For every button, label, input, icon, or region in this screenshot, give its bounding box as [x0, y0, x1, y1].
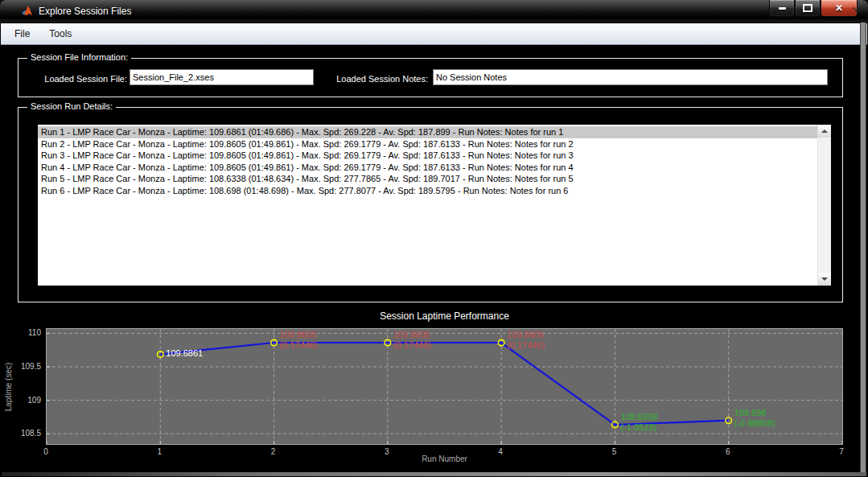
run-details-legend: Session Run Details: [27, 101, 116, 111]
scroll-down-icon [821, 278, 828, 281]
y-tick-label: 110 [6, 328, 41, 337]
y-tick-label: 108.5 [6, 429, 41, 438]
scroll-up-icon [821, 130, 828, 133]
x-tick-label: 3 [371, 447, 403, 456]
window-title: Explore Session Files [39, 6, 131, 17]
x-tick-label: 1 [143, 447, 175, 456]
list-item[interactable]: Run 4 - LMP Race Car - Monza - Laptime: … [38, 162, 817, 174]
matlab-app-icon [21, 5, 34, 18]
session-info-legend: Session File Information: [27, 52, 131, 62]
list-item[interactable]: Run 5 - LMP Race Car - Monza - Laptime: … [38, 173, 817, 185]
menu-item-file[interactable]: File [5, 25, 39, 43]
list-item[interactable]: Run 1 - LMP Race Car - Monza - Laptime: … [38, 126, 817, 138]
x-tick-label: 0 [30, 447, 62, 456]
loaded-session-notes-label: Loaded Session Notes: [319, 74, 428, 84]
menubar: FileTools [1, 23, 867, 45]
chart-region[interactable]: Session Laptime Performance Laptime (sec… [46, 328, 843, 445]
point-label: 108.698(-0.98808) [734, 408, 775, 429]
point-label: 109.8605(0.17446) [280, 330, 318, 351]
point-label: 109.8605(0.17446) [393, 330, 431, 351]
point-label: 109.6861 [166, 348, 203, 359]
chart-svg [47, 329, 842, 444]
maximize-button[interactable] [795, 0, 821, 17]
list-item[interactable]: Run 3 - LMP Race Car - Monza - Laptime: … [38, 150, 817, 162]
loaded-session-notes-input[interactable] [433, 69, 828, 85]
y-tick-label: 109.5 [6, 362, 41, 371]
x-tick-label: 7 [825, 447, 858, 456]
x-tick-label: 4 [484, 447, 516, 456]
window: Explore Session Files ✕ FileTools ➘ Sess… [0, 0, 868, 477]
window-controls: ✕ [769, 0, 858, 17]
point-label: 109.8605(0.17446) [507, 330, 545, 351]
loaded-session-file-label: Loaded Session File: [29, 74, 127, 84]
chart-title: Session Laptime Performance [46, 310, 843, 322]
window-border-bottom [2, 472, 866, 476]
minimize-icon [779, 7, 786, 10]
x-tick-label: 2 [257, 447, 290, 456]
x-tick-label: 5 [598, 447, 630, 456]
window-border-right [860, 23, 866, 473]
y-tick-label: 109 [6, 396, 41, 405]
scroll-up-button[interactable] [818, 125, 831, 138]
maximize-icon [803, 4, 812, 12]
list-item[interactable]: Run 6 - LMP Race Car - Monza - Laptime: … [38, 185, 817, 197]
titlebar[interactable]: Explore Session Files ✕ [0, 0, 868, 23]
loaded-session-file-input[interactable] [130, 69, 314, 85]
minimize-button[interactable] [769, 0, 795, 17]
close-icon: ✕ [835, 3, 843, 13]
menu-item-tools[interactable]: Tools [39, 25, 81, 43]
x-tick-label: 6 [712, 447, 744, 456]
plot-area[interactable] [46, 328, 843, 445]
list-item[interactable]: Run 2 - LMP Race Car - Monza - Laptime: … [38, 138, 817, 150]
run-list-rows: Run 1 - LMP Race Car - Monza - Laptime: … [38, 126, 817, 286]
vertical-scrollbar[interactable] [817, 125, 831, 286]
scroll-down-button[interactable] [818, 273, 831, 286]
dock-arrow-icon[interactable]: ➘ [851, 4, 859, 15]
run-listbox[interactable]: Run 1 - LMP Race Car - Monza - Laptime: … [38, 125, 831, 286]
point-label: 108.6338(-1.0523) [620, 412, 657, 433]
